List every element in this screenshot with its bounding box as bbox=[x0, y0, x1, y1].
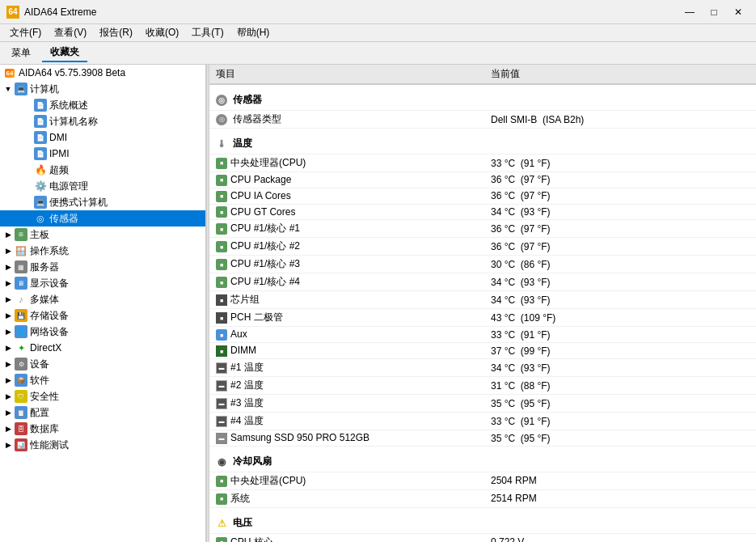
storage-icon: 💾 bbox=[15, 309, 27, 322]
table-row: ■CPU 核心 0.722 V bbox=[209, 533, 756, 542]
power-icon: ⚙️ bbox=[34, 180, 47, 193]
sidebar-item-servers[interactable]: ▶ ▦ 服务器 bbox=[0, 259, 205, 275]
cpu-gt-icon: ■ bbox=[216, 206, 227, 218]
minimize-button[interactable]: ― bbox=[678, 3, 701, 21]
menu-view[interactable]: 查看(V) bbox=[48, 24, 93, 41]
pch-icon: ■ bbox=[216, 312, 227, 324]
ipmi-icon: 📄 bbox=[34, 147, 47, 160]
sidebar-item-directx[interactable]: ▶ ✦ DirectX bbox=[0, 340, 205, 356]
table-row: ■CPU #1/核心 #3 30 °C (86 °F) bbox=[209, 256, 756, 273]
sidebar-item-sys-overview[interactable]: 📄 系统概述 bbox=[0, 97, 205, 113]
window-controls: ― □ ✕ bbox=[678, 3, 750, 21]
ssd-icon: ▬ bbox=[216, 433, 227, 444]
sensors-section-icon: ◎ bbox=[216, 95, 227, 106]
mainboard-icon: ⊞ bbox=[15, 228, 27, 241]
sidebar-item-overclocking[interactable]: 🔥 超频 bbox=[0, 162, 205, 178]
sidebar-item-computer[interactable]: ▼ 💻 计算机 bbox=[0, 81, 205, 97]
dimm-icon: ■ bbox=[216, 345, 227, 357]
menu-bar: 文件(F) 查看(V) 报告(R) 收藏(O) 工具(T) 帮助(H) bbox=[0, 24, 756, 42]
tab-favorites[interactable]: 收藏夹 bbox=[42, 44, 87, 62]
dmi-icon: 📄 bbox=[34, 131, 47, 144]
benchmark-icon: 📊 bbox=[15, 438, 27, 451]
fan-sys-icon: ■ bbox=[216, 493, 227, 505]
sidebar-item-devices[interactable]: ▶ ⚙ 设备 bbox=[0, 356, 205, 372]
voltage-section-icon: ⚠ bbox=[216, 518, 227, 529]
sidebar-item-dmi[interactable]: 📄 DMI bbox=[0, 129, 205, 146]
menu-help[interactable]: 帮助(H) bbox=[230, 24, 277, 41]
table-row: ■PCH 二极管 43 °C (109 °F) bbox=[209, 309, 756, 327]
menu-file[interactable]: 文件(F) bbox=[3, 24, 48, 41]
table-row: ■系统 2514 RPM bbox=[209, 489, 756, 507]
cpu-core2-icon: ■ bbox=[216, 241, 227, 252]
table-row: ■CPU #1/核心 #2 36 °C (97 °F) bbox=[209, 238, 756, 256]
table-row: ▬#1 温度 34 °C (93 °F) bbox=[209, 359, 756, 377]
cpu-core-volt-icon: ■ bbox=[216, 537, 227, 542]
portable-icon: 💻 bbox=[34, 196, 47, 209]
sidebar-item-ipmi[interactable]: 📄 IPMI bbox=[0, 146, 205, 162]
sidebar-item-power[interactable]: ⚙️ 电源管理 bbox=[0, 178, 205, 194]
temp-section-icon: 🌡 bbox=[216, 138, 227, 150]
security-icon: 🛡 bbox=[15, 390, 27, 403]
sidebar: 64 AIDA64 v5.75.3908 Beta ▼ 💻 计算机 📄 系统概述… bbox=[0, 65, 206, 542]
cpu-ia-icon: ■ bbox=[216, 191, 227, 202]
sidebar-item-config[interactable]: ▶ 📋 配置 bbox=[0, 404, 205, 421]
sidebar-item-display[interactable]: ▶ 🖥 显示设备 bbox=[0, 275, 205, 291]
multimedia-icon: ♪ bbox=[15, 293, 27, 306]
sidebar-item-storage[interactable]: ▶ 💾 存储设备 bbox=[0, 307, 205, 324]
col-header-value: 当前值 bbox=[484, 65, 756, 84]
database-icon: 🗄 bbox=[15, 422, 27, 435]
directx-icon: ✦ bbox=[15, 341, 27, 354]
sidebar-item-benchmark[interactable]: ▶ 📊 性能测试 bbox=[0, 437, 205, 453]
overclocking-icon: 🔥 bbox=[34, 163, 47, 176]
window-title: AIDA64 Extreme bbox=[24, 6, 678, 18]
sidebar-app-label[interactable]: 64 AIDA64 v5.75.3908 Beta bbox=[0, 65, 205, 81]
sys-overview-icon: 📄 bbox=[34, 99, 47, 112]
servers-icon: ▦ bbox=[15, 260, 27, 273]
section-sensors: ◎ 传感器 bbox=[209, 84, 756, 111]
table-row: ▬#3 温度 35 °C (95 °F) bbox=[209, 395, 756, 413]
sidebar-item-mainboard[interactable]: ▶ ⊞ 主板 bbox=[0, 227, 205, 243]
config-icon: 📋 bbox=[15, 406, 27, 419]
sidebar-item-multimedia[interactable]: ▶ ♪ 多媒体 bbox=[0, 291, 205, 307]
computer-icon: 💻 bbox=[15, 83, 27, 95]
table-row: ■中央处理器(CPU) 2504 RPM bbox=[209, 472, 756, 489]
sensor-type-icon: ◎ bbox=[216, 114, 227, 125]
network-icon: 🌐 bbox=[15, 325, 27, 338]
menu-favorites[interactable]: 收藏(O) bbox=[139, 24, 185, 41]
menu-tools[interactable]: 工具(T) bbox=[185, 24, 230, 41]
col-header-item: 项目 bbox=[209, 65, 484, 84]
table-row: ■芯片组 34 °C (93 °F) bbox=[209, 291, 756, 309]
sidebar-item-network[interactable]: ▶ 🌐 网络设备 bbox=[0, 324, 205, 340]
menu-report[interactable]: 报告(R) bbox=[93, 24, 139, 41]
table-row: ■CPU GT Cores 34 °C (93 °F) bbox=[209, 204, 756, 220]
hdd4-icon: ▬ bbox=[216, 416, 227, 427]
sidebar-item-software[interactable]: ▶ 📦 软件 bbox=[0, 372, 205, 388]
software-icon: 📦 bbox=[15, 374, 27, 387]
content-area: 项目 当前值 ◎ 传感器 ◎ 传感器类型 Dell SMI bbox=[209, 65, 756, 542]
toolbar: 菜单 收藏夹 bbox=[0, 42, 756, 65]
aida64-icon: 64 bbox=[3, 66, 16, 79]
title-bar: 64 AIDA64 Extreme ― □ ✕ bbox=[0, 0, 756, 24]
maximize-button[interactable]: □ bbox=[703, 3, 725, 21]
app-icon: 64 bbox=[6, 6, 19, 19]
expand-computer: ▼ bbox=[3, 84, 13, 94]
table-row: ■Aux 33 °C (91 °F) bbox=[209, 327, 756, 343]
sidebar-item-security[interactable]: ▶ 🛡 安全性 bbox=[0, 388, 205, 404]
os-icon: 🪟 bbox=[15, 244, 27, 257]
sidebar-item-os[interactable]: ▶ 🪟 操作系统 bbox=[0, 243, 205, 259]
table-row: ▬Samsung SSD 950 PRO 512GB 35 °C (95 °F) bbox=[209, 430, 756, 447]
sidebar-item-comp-name[interactable]: 📄 计算机名称 bbox=[0, 113, 205, 129]
data-table: 项目 当前值 ◎ 传感器 ◎ 传感器类型 Dell SMI bbox=[209, 65, 756, 542]
sidebar-item-database[interactable]: ▶ 🗄 数据库 bbox=[0, 421, 205, 437]
cpu-core4-icon: ■ bbox=[216, 277, 227, 288]
section-fan: ◉ 冷却风扇 bbox=[209, 446, 756, 472]
sidebar-item-portable[interactable]: 💻 便携式计算机 bbox=[0, 194, 205, 210]
sidebar-item-sensors[interactable]: ◎ 传感器 bbox=[0, 210, 205, 227]
cpu-icon-2: ■ bbox=[216, 175, 227, 186]
cpu-icon-1: ■ bbox=[216, 158, 227, 169]
hdd3-icon: ▬ bbox=[216, 398, 227, 409]
table-row: ■CPU #1/核心 #1 36 °C (97 °F) bbox=[209, 220, 756, 238]
table-row: ■CPU #1/核心 #4 34 °C (93 °F) bbox=[209, 273, 756, 291]
close-button[interactable]: ✕ bbox=[727, 3, 750, 21]
tab-menu[interactable]: 菜单 bbox=[3, 44, 39, 61]
